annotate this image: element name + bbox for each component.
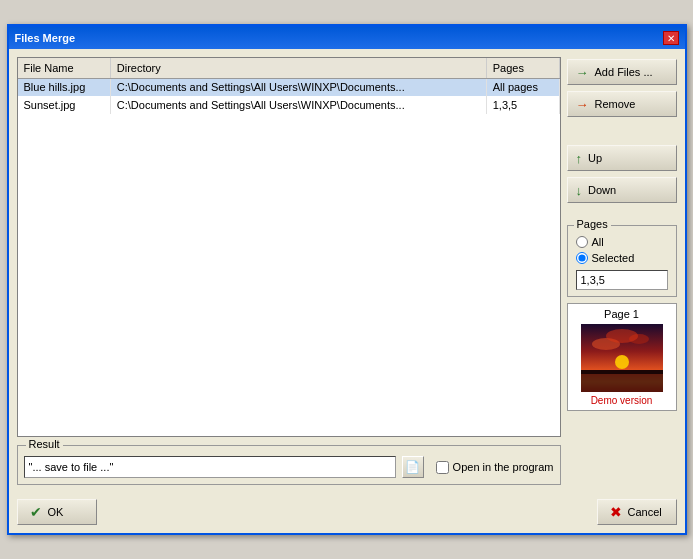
selected-radio-label: Selected [592, 252, 635, 264]
all-radio[interactable] [576, 236, 588, 248]
pages-group: Pages All Selected [567, 225, 677, 297]
title-bar: Files Merge ✕ [9, 27, 685, 49]
open-in-program-checkbox[interactable] [436, 461, 449, 474]
table-row[interactable]: Sunset.jpg C:\Documents and Settings\All… [18, 96, 560, 114]
selected-radio-row: Selected [576, 252, 668, 264]
preview-box: Page 1 [567, 303, 677, 411]
remove-button[interactable]: → Remove [567, 91, 677, 117]
cell-pages-1: 1,3,5 [486, 96, 559, 114]
result-input[interactable] [24, 456, 396, 478]
cell-directory-0: C:\Documents and Settings\All Users\WINX… [110, 78, 486, 96]
files-merge-dialog: Files Merge ✕ File Name Directory Pages [7, 24, 687, 535]
button-row: ✔ OK ✖ Cancel [9, 493, 685, 533]
table-row[interactable]: Blue hills.jpg C:\Documents and Settings… [18, 78, 560, 96]
down-icon: ↓ [576, 183, 583, 198]
pages-group-label: Pages [574, 218, 611, 230]
open-in-program-label: Open in the program [436, 461, 554, 474]
add-files-label: Add Files ... [595, 66, 653, 78]
main-content: File Name Directory Pages Blue hills.jpg… [9, 49, 685, 493]
cell-directory-1: C:\Documents and Settings\All Users\WINX… [110, 96, 486, 114]
cell-filename-1: Sunset.jpg [18, 96, 111, 114]
cancel-button[interactable]: ✖ Cancel [597, 499, 677, 525]
file-table: File Name Directory Pages Blue hills.jpg… [18, 58, 560, 114]
svg-point-5 [606, 329, 638, 343]
pages-input[interactable] [576, 270, 668, 290]
cell-pages-0: All pages [486, 78, 559, 96]
cell-filename-0: Blue hills.jpg [18, 78, 111, 96]
all-radio-row: All [576, 236, 668, 248]
preview-title: Page 1 [572, 308, 672, 320]
demo-text: Demo version [572, 395, 672, 406]
result-row: 📄 Open in the program [24, 456, 554, 478]
ok-button[interactable]: ✔ OK [17, 499, 97, 525]
down-button[interactable]: ↓ Down [567, 177, 677, 203]
left-panel: File Name Directory Pages Blue hills.jpg… [17, 57, 561, 485]
col-directory: Directory [110, 58, 486, 78]
close-button[interactable]: ✕ [663, 31, 679, 45]
svg-rect-1 [581, 374, 663, 392]
col-filename: File Name [18, 58, 111, 78]
file-table-container: File Name Directory Pages Blue hills.jpg… [17, 57, 561, 437]
add-files-button[interactable]: → Add Files ... [567, 59, 677, 85]
ok-label: OK [48, 506, 64, 518]
browse-button[interactable]: 📄 [402, 456, 424, 478]
ok-check-icon: ✔ [30, 504, 42, 520]
cancel-label: Cancel [628, 506, 662, 518]
window-title: Files Merge [15, 32, 76, 44]
col-pages: Pages [486, 58, 559, 78]
remove-icon: → [576, 97, 589, 112]
up-label: Up [588, 152, 602, 164]
add-files-icon: → [576, 65, 589, 80]
svg-point-2 [615, 355, 629, 369]
preview-image [581, 324, 663, 392]
up-icon: ↑ [576, 151, 583, 166]
selected-radio[interactable] [576, 252, 588, 264]
open-in-program-text: Open in the program [453, 461, 554, 473]
cancel-x-icon: ✖ [610, 504, 622, 520]
result-section: Result 📄 Open in the program [17, 445, 561, 485]
right-panel: → Add Files ... → Remove ↑ Up ↓ Down Pag… [567, 57, 677, 485]
result-label: Result [26, 438, 63, 450]
browse-icon: 📄 [405, 460, 420, 474]
svg-rect-6 [581, 370, 663, 374]
all-radio-label: All [592, 236, 604, 248]
down-label: Down [588, 184, 616, 196]
up-button[interactable]: ↑ Up [567, 145, 677, 171]
remove-label: Remove [595, 98, 636, 110]
